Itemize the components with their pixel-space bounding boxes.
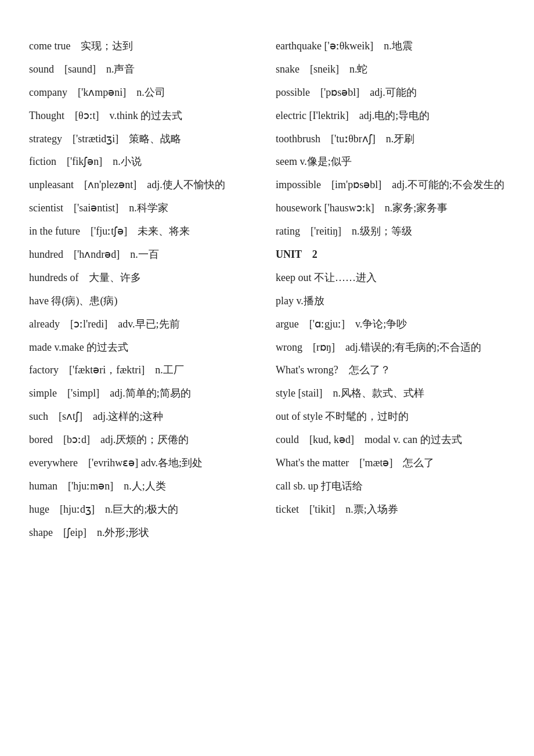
vocab-item-impossible: impossible [im'pɒsəbl] adj.不可能的;不会发生的 xyxy=(276,174,505,197)
vocab-item-electric: electric [I'lektrik] adj.电的;导电的 xyxy=(276,105,505,128)
vocab-item-whats-the-matter: What's the matter ['mætə] 怎么了 xyxy=(276,452,505,475)
vocab-item-call-sb-up: call sb. up 打电话给 xyxy=(276,475,505,498)
right-column: earthquake ['əːθkweik] n.地震snake [sneik]… xyxy=(276,35,505,545)
vocab-item-such: such [sʌtʃ] adj.这样的;这种 xyxy=(29,405,258,429)
vocab-item-bored: bored [bɔːd] adj.厌烦的；厌倦的 xyxy=(29,429,258,452)
vocab-item-fiction: fiction ['fikʃən] n.小说 xyxy=(29,150,258,174)
vocab-item-style: style [stail] n.风格、款式、式样 xyxy=(276,382,505,405)
left-column: come true 实现；达到sound [saund] n.声音company… xyxy=(29,35,258,545)
vocab-item-come-true: come true 实现；达到 xyxy=(29,35,258,58)
vocab-item-toothbrush: toothbrush ['tuːθbrʌʃ] n.牙刷 xyxy=(276,128,505,151)
vocab-item-huge: huge [hjuːdʒ] n.巨大的;极大的 xyxy=(29,498,258,521)
vocab-item-housework: housework ['hauswɔːk] n.家务;家务事 xyxy=(276,197,505,220)
vocab-item-out-of-style: out of style 不时髦的，过时的 xyxy=(276,405,505,429)
vocab-item-snake: snake [sneik] n.蛇 xyxy=(276,58,505,81)
vocab-item-unpleasant: unpleasant [ʌn'plezənt] adj.使人不愉快的 xyxy=(29,174,258,197)
vocab-item-rating: rating ['reitiŋ] n.级别；等级 xyxy=(276,220,505,243)
vocab-item-earthquake: earthquake ['əːθkweik] n.地震 xyxy=(276,35,505,58)
vocab-item-keep-out: keep out 不让……进入 xyxy=(276,267,505,290)
vocab-item-scientist: scientist ['saiəntist] n.科学家 xyxy=(29,197,258,220)
vocab-item-made: made v.make 的过去式 xyxy=(29,336,258,359)
vocab-item-ticket: ticket ['tikit] n.票;入场券 xyxy=(276,498,505,521)
vocab-item-company: company ['kʌmpəni] n.公司 xyxy=(29,81,258,105)
vocab-item-argue: argue ['ɑːgjuː] v.争论;争吵 xyxy=(276,313,505,336)
vocab-item-simple: simple ['simpl] adj.简单的;简易的 xyxy=(29,382,258,405)
vocab-item-unit2: UNIT 2 xyxy=(276,243,505,267)
vocab-item-seem: seem v.像是;似乎 xyxy=(276,150,505,174)
vocab-item-could: could [kud, kəd] modal v. can 的过去式 xyxy=(276,429,505,452)
vocabulary-grid: come true 实现；达到sound [saund] n.声音company… xyxy=(29,35,505,545)
vocab-item-play: play v.播放 xyxy=(276,290,505,313)
vocab-item-wrong: wrong [rɒŋ] adj.错误的;有毛病的;不合适的 xyxy=(276,336,505,359)
vocab-item-have: have 得(病)、患(病) xyxy=(29,290,258,313)
vocab-item-sound: sound [saund] n.声音 xyxy=(29,58,258,81)
vocab-item-hundreds-of: hundreds of 大量、许多 xyxy=(29,267,258,290)
vocab-item-shape: shape [ʃeip] n.外形;形状 xyxy=(29,521,258,545)
vocab-item-already: already [ɔːl'redi] adv.早已;先前 xyxy=(29,313,258,336)
vocab-item-hundred: hundred ['hʌndrəd] n.一百 xyxy=(29,243,258,267)
vocab-item-whats-wrong: What's wrong? 怎么了？ xyxy=(276,359,505,382)
vocab-item-factory: factory ['fæktəri，fæktri] n.工厂 xyxy=(29,359,258,382)
vocab-item-possible: possible ['pɒsəbl] adj.可能的 xyxy=(276,81,505,105)
vocab-item-strategy: strategy ['strætidʒi] 策略、战略 xyxy=(29,128,258,151)
vocab-item-human: human ['hjuːmən] n.人;人类 xyxy=(29,475,258,498)
vocab-item-in-the-future: in the future ['fjuːtʃə] 未来、将来 xyxy=(29,220,258,243)
vocab-item-thought: Thought [θɔːt] v.think 的过去式 xyxy=(29,105,258,128)
vocab-item-everywhere: everywhere ['evrihwɛə] adv.各地;到处 xyxy=(29,452,258,475)
